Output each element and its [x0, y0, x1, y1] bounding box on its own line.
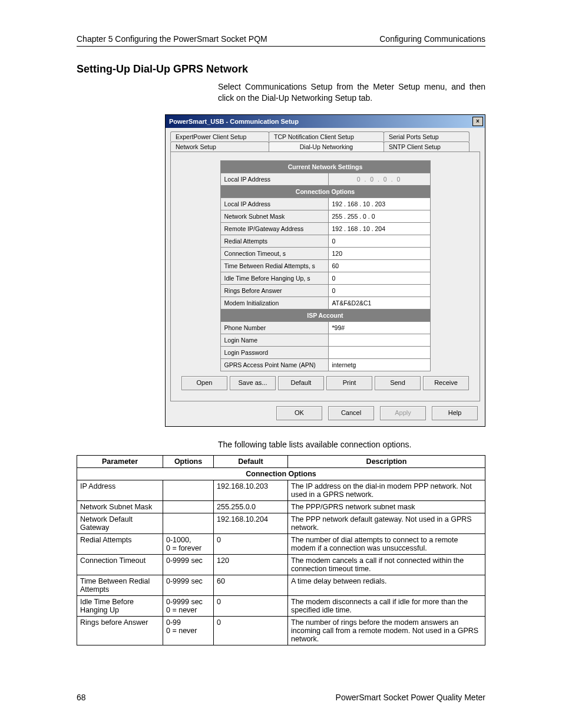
field-value[interactable]: 0 — [328, 272, 430, 284]
cell-opt: 0-9999 sec 0 = never — [163, 595, 214, 616]
cell-desc: The number of dial attempts to connect t… — [288, 533, 485, 554]
tab-tcp-notify[interactable]: TCP Notification Client Setup — [269, 131, 384, 141]
table-row: Time Between Redial Attempts, s60 — [220, 259, 430, 272]
cell-desc: The modem disconnects a call if idle for… — [288, 595, 485, 616]
table-row: Login Name — [220, 334, 430, 346]
tab-panel: Current Network Settings Local IP Addres… — [170, 151, 480, 401]
table-row: Network Subnet Mask255.255.0.0The PPP/GP… — [77, 500, 485, 513]
page-number: 68 — [77, 693, 86, 702]
comm-setup-dialog: PowerSmart_USB - Communication Setup × E… — [165, 114, 485, 427]
print-button[interactable]: Print — [326, 376, 372, 390]
field-label: Modem Initialization — [220, 297, 328, 309]
table-row: Local IP Address192 . 168 . 10 . 203 — [220, 197, 430, 210]
field-value[interactable]: 192 . 168 . 10 . 204 — [328, 222, 430, 235]
field-label: Remote IP/Gateway Address — [220, 222, 328, 235]
cell-opt: 0-1000, 0 = forever — [163, 533, 214, 554]
doc-title: PowerSmart Socket Power Quality Meter — [336, 693, 485, 702]
field-value[interactable]: internetg — [328, 358, 430, 371]
param-section-header: Connection Options — [77, 467, 485, 480]
tab-sntp-client[interactable]: SNTP Client Setup — [384, 141, 470, 151]
section-title: Setting-Up Dial-Up GPRS Network — [77, 63, 485, 75]
th-options: Options — [163, 455, 214, 467]
parameter-table: Parameter Options Default Description Co… — [77, 455, 485, 645]
th-description: Description — [288, 455, 485, 467]
default-button[interactable]: Default — [278, 376, 324, 390]
table-row: Phone Number*99# — [220, 321, 430, 334]
header-left: Chapter 5 Configuring the PowerSmart Soc… — [77, 34, 267, 44]
tab-dialup-networking[interactable]: Dial-Up Networking — [269, 141, 384, 151]
close-icon[interactable]: × — [472, 117, 483, 126]
field-label: Login Name — [220, 334, 328, 346]
dialog-title: PowerSmart_USB - Communication Setup — [169, 118, 299, 125]
field-label: Redial Attempts — [220, 235, 328, 247]
field-value[interactable] — [328, 346, 430, 358]
receive-button[interactable]: Receive — [423, 376, 469, 390]
table-row: Connection Timeout0-9999 sec120The modem… — [77, 554, 485, 575]
tab-serial-ports[interactable]: Serial Ports Setup — [384, 131, 470, 141]
table-row: GPRS Access Point Name (APN)internetg — [220, 358, 430, 371]
cell-desc: The number of rings before the modem ans… — [288, 616, 485, 645]
cell-opt: 0-99 0 = never — [163, 616, 214, 645]
field-value[interactable]: AT&F&D2&C1 — [328, 297, 430, 309]
help-button[interactable]: Help — [432, 406, 478, 420]
field-value[interactable]: 60 — [328, 259, 430, 272]
field-value[interactable]: 120 — [328, 247, 430, 259]
dialog-titlebar: PowerSmart_USB - Communication Setup × — [166, 115, 485, 128]
current-settings-header: Current Network Settings — [220, 160, 430, 173]
field-label: GPRS Access Point Name (APN) — [220, 358, 328, 371]
field-label: Network Subnet Mask — [220, 210, 328, 222]
cell-param: Connection Timeout — [77, 554, 163, 575]
field-label: Local IP Address — [220, 173, 328, 185]
page-header: Chapter 5 Configuring the PowerSmart Soc… — [77, 34, 485, 47]
cell-def: 192.168.10.203 — [214, 480, 288, 500]
cell-param: Rings before Answer — [77, 616, 163, 645]
table-row: Login Password — [220, 346, 430, 358]
field-value[interactable] — [328, 334, 430, 346]
post-dialog-text: The following table lists available conn… — [218, 440, 485, 449]
cell-def: 0 — [214, 616, 288, 645]
open-button[interactable]: Open — [181, 376, 227, 390]
table-row: Rings before Answer0-99 0 = never0The nu… — [77, 616, 485, 645]
cell-def: 120 — [214, 554, 288, 575]
send-button[interactable]: Send — [375, 376, 421, 390]
field-value: 0 . 0 . 0 . 0 — [328, 173, 430, 185]
conn-options-header: Connection Options — [220, 185, 430, 197]
cell-desc: The IP address on the dial-in modem PPP … — [288, 480, 485, 500]
th-default: Default — [214, 455, 288, 467]
field-label: Rings Before Answer — [220, 284, 328, 297]
table-row: Idle Time Before Hanging Up0-9999 sec 0 … — [77, 595, 485, 616]
field-value[interactable]: 0 — [328, 284, 430, 297]
field-label: Local IP Address — [220, 197, 328, 210]
cell-def: 255.255.0.0 — [214, 500, 288, 513]
table-row: Idle Time Before Hanging Up, s0 — [220, 272, 430, 284]
page-footer: 68 PowerSmart Socket Power Quality Meter — [77, 693, 485, 702]
cell-def: 0 — [214, 533, 288, 554]
cell-def: 0 — [214, 595, 288, 616]
table-row: IP Address192.168.10.203The IP address o… — [77, 480, 485, 500]
cancel-button[interactable]: Cancel — [328, 406, 374, 420]
field-label: Phone Number — [220, 321, 328, 334]
tab-network-setup[interactable]: Network Setup — [170, 141, 269, 151]
cell-opt — [163, 480, 214, 500]
table-row: Modem InitializationAT&F&D2&C1 — [220, 297, 430, 309]
field-value[interactable]: *99# — [328, 321, 430, 334]
saveas-button[interactable]: Save as... — [230, 376, 276, 390]
cell-desc: The PPP/GPRS network subnet mask — [288, 500, 485, 513]
cell-desc: The PPP network default gateway. Not use… — [288, 513, 485, 533]
dialog-bottom-buttons: OK Cancel Apply Help — [173, 406, 478, 420]
table-row: Redial Attempts0-1000, 0 = forever0The n… — [77, 533, 485, 554]
ok-button[interactable]: OK — [276, 406, 322, 420]
table-row: Redial Attempts0 — [220, 235, 430, 247]
apply-button[interactable]: Apply — [380, 406, 426, 420]
field-value[interactable]: 0 — [328, 235, 430, 247]
field-value[interactable]: 255 . 255 . 0 . 0 — [328, 210, 430, 222]
tab-expertpower[interactable]: ExpertPower Client Setup — [170, 131, 269, 141]
tabstrip: ExpertPower Client Setup TCP Notificatio… — [166, 128, 485, 151]
cell-desc: A time delay between redials. — [288, 575, 485, 595]
cell-param: Idle Time Before Hanging Up — [77, 595, 163, 616]
field-value[interactable]: 192 . 168 . 10 . 203 — [328, 197, 430, 210]
table-row: Rings Before Answer0 — [220, 284, 430, 297]
th-parameter: Parameter — [77, 455, 163, 467]
settings-table: Current Network Settings Local IP Addres… — [220, 160, 431, 371]
field-label: Login Password — [220, 346, 328, 358]
